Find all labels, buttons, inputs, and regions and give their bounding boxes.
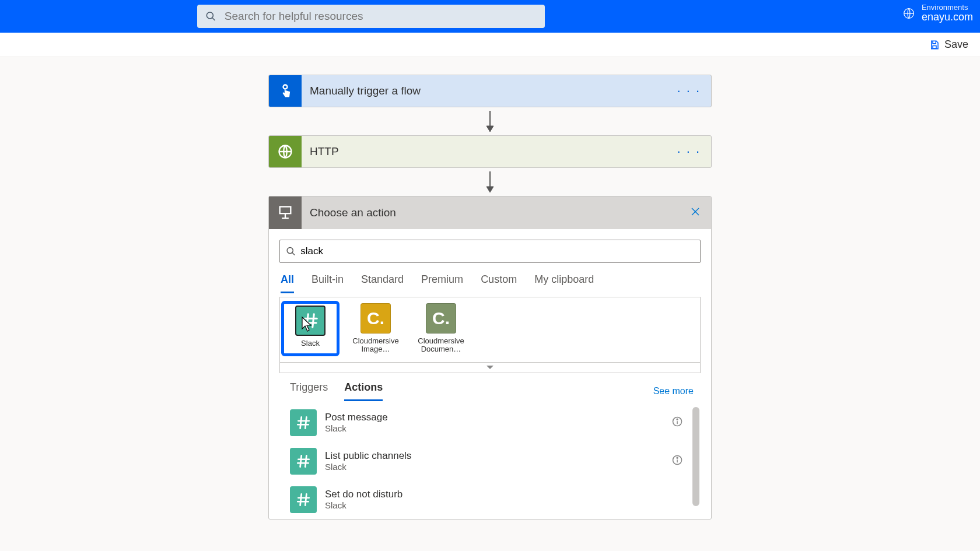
choose-action-panel: Choose an action AllBuilt-inStandardPrem… bbox=[268, 196, 712, 520]
arrow-icon bbox=[482, 107, 498, 135]
result-tab-triggers[interactable]: Triggers bbox=[290, 381, 328, 401]
close-button[interactable] bbox=[680, 206, 711, 219]
category-tab-premium[interactable]: Premium bbox=[421, 273, 463, 293]
action-icon bbox=[269, 196, 302, 229]
category-tab-my-clipboard[interactable]: My clipboard bbox=[534, 273, 594, 293]
action-title: Set do not disturb bbox=[325, 489, 683, 500]
category-tab-custom[interactable]: Custom bbox=[481, 273, 517, 293]
global-search[interactable] bbox=[197, 5, 545, 28]
slack-icon bbox=[290, 486, 317, 513]
see-more-link[interactable]: See more bbox=[653, 386, 694, 396]
category-tab-all[interactable]: All bbox=[281, 273, 294, 293]
svg-point-0 bbox=[206, 12, 213, 19]
step-trigger-label: Manually trigger a flow bbox=[302, 85, 666, 97]
expand-connectors-button[interactable] bbox=[279, 363, 701, 373]
arrow-icon bbox=[482, 168, 498, 196]
svg-point-20 bbox=[677, 457, 678, 458]
top-bar: Environments enayu.com bbox=[0, 0, 980, 33]
info-button[interactable] bbox=[671, 416, 683, 430]
slack-icon bbox=[290, 448, 317, 475]
result-tab-actions[interactable]: Actions bbox=[344, 381, 383, 401]
info-icon bbox=[671, 416, 683, 427]
touch-icon bbox=[269, 75, 302, 107]
action-row[interactable]: Set do not disturbSlack bbox=[279, 480, 701, 519]
svg-rect-8 bbox=[280, 207, 291, 214]
svg-rect-3 bbox=[933, 45, 936, 48]
category-tabs: AllBuilt-inStandardPremiumCustomMy clipb… bbox=[279, 263, 701, 293]
svg-point-17 bbox=[677, 419, 678, 420]
connector-grid: SlackC.Cloudmersive Image…C.Cloudmersive… bbox=[279, 297, 701, 363]
step-http[interactable]: HTTP · · · bbox=[268, 135, 712, 168]
action-row[interactable]: Post messageSlack bbox=[279, 403, 701, 442]
close-icon bbox=[690, 206, 701, 217]
connector-cloudmersive-image-[interactable]: C.Cloudmersive Image… bbox=[349, 303, 402, 354]
step-trigger[interactable]: Manually trigger a flow · · · bbox=[268, 75, 712, 107]
panel-header: Choose an action bbox=[269, 196, 711, 229]
globe-icon bbox=[903, 8, 915, 19]
environment-label: Environments bbox=[922, 3, 973, 12]
global-search-input[interactable] bbox=[225, 10, 537, 23]
save-button-label: Save bbox=[944, 38, 968, 51]
step-http-label: HTTP bbox=[302, 145, 666, 158]
flow-canvas: Manually trigger a flow · · · HTTP · · ·… bbox=[0, 57, 980, 520]
action-title: Post message bbox=[325, 412, 663, 423]
svg-point-13 bbox=[287, 247, 293, 253]
action-search-input[interactable] bbox=[300, 245, 694, 257]
info-icon bbox=[671, 454, 683, 466]
action-subtitle: Slack bbox=[325, 462, 663, 472]
panel-title: Choose an action bbox=[302, 206, 680, 219]
action-subtitle: Slack bbox=[325, 423, 663, 433]
action-title: List public channels bbox=[325, 450, 663, 462]
category-tab-standard[interactable]: Standard bbox=[361, 273, 404, 293]
category-tab-built-in[interactable]: Built-in bbox=[312, 273, 344, 293]
save-button[interactable]: Save bbox=[929, 38, 968, 51]
svg-line-1 bbox=[212, 18, 215, 20]
slack-icon bbox=[290, 409, 317, 436]
action-subtitle: Slack bbox=[325, 500, 683, 510]
svg-point-4 bbox=[284, 85, 288, 89]
action-row[interactable]: List public channelsSlack bbox=[279, 442, 701, 480]
connector-cloudmersive-documen-[interactable]: C.Cloudmersive Documen… bbox=[414, 303, 468, 354]
environment-picker[interactable]: Environments enayu.com bbox=[903, 3, 973, 23]
step-http-menu[interactable]: · · · bbox=[666, 144, 711, 159]
action-list: Post messageSlackList public channelsSla… bbox=[279, 401, 701, 519]
info-button[interactable] bbox=[671, 454, 683, 468]
connector-slack[interactable]: Slack bbox=[284, 303, 337, 354]
command-bar: Save bbox=[0, 33, 980, 57]
step-trigger-menu[interactable]: · · · bbox=[666, 83, 711, 99]
search-icon bbox=[205, 10, 216, 22]
environment-value: enayu.com bbox=[922, 12, 973, 23]
result-tabs: TriggersActions bbox=[290, 381, 383, 401]
action-search[interactable] bbox=[279, 240, 701, 263]
save-icon bbox=[929, 40, 940, 50]
globe-icon bbox=[269, 135, 302, 168]
chevron-down-icon bbox=[486, 364, 494, 370]
svg-line-14 bbox=[292, 253, 295, 255]
search-icon bbox=[286, 246, 296, 257]
